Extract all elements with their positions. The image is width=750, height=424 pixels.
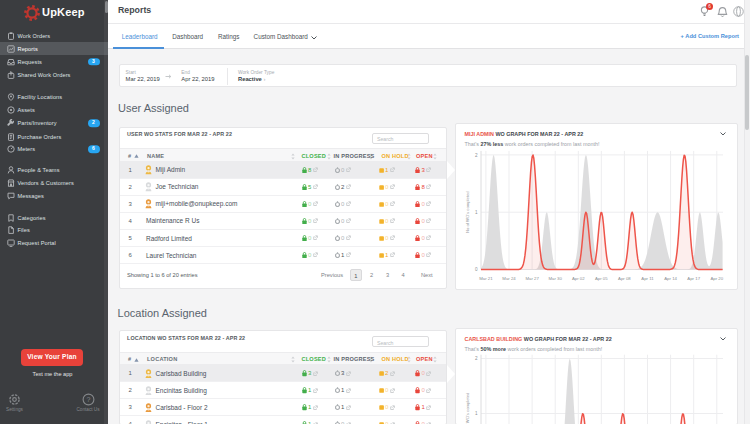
svg-text:1: 1 [475,209,478,214]
svg-text:Apr 20: Apr 20 [710,275,723,280]
svg-text:2: 2 [475,356,478,361]
svg-text:1: 1 [475,411,478,416]
svg-text:Mar 24: Mar 24 [502,275,516,280]
svg-text:No of WO's completed: No of WO's completed [465,190,470,232]
svg-text:Apr 05: Apr 05 [595,275,608,280]
svg-text:No of WO's completed: No of WO's completed [465,391,470,424]
svg-text:Mar 27: Mar 27 [525,275,539,280]
svg-text:Apr 08: Apr 08 [618,275,631,280]
svg-text:0: 0 [475,267,478,272]
svg-text:Mar 30: Mar 30 [549,275,563,280]
svg-text:Apr 14: Apr 14 [664,275,677,280]
svg-text:Mar 21: Mar 21 [479,275,493,280]
svg-text:?: ? [86,396,90,403]
svg-text:Apr 11: Apr 11 [641,275,654,280]
svg-text:Apr 02: Apr 02 [572,275,585,280]
svg-text:2: 2 [475,152,478,157]
svg-text:Apr 17: Apr 17 [687,275,700,280]
